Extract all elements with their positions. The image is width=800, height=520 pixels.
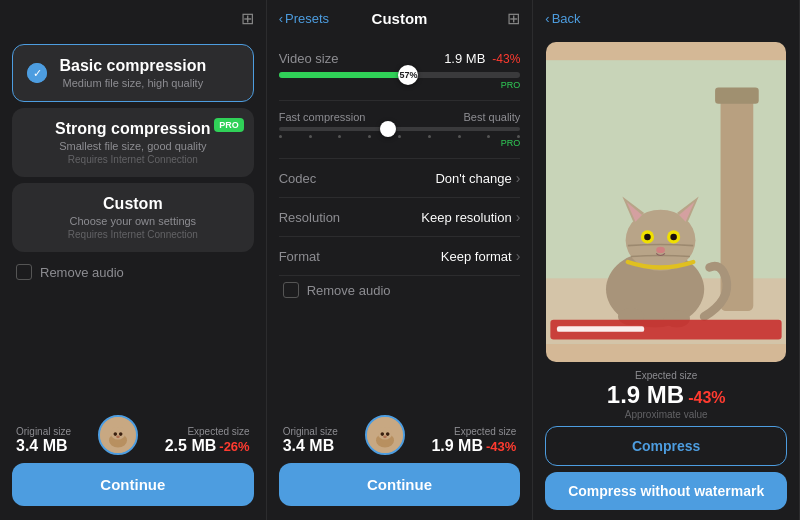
panel1-header: ⊞ [0, 0, 266, 36]
remove-audio-checkbox-2[interactable] [283, 282, 299, 298]
back-button[interactable]: ‹ Presets [279, 11, 329, 26]
preset-custom-desc: Choose your own settings [26, 215, 240, 227]
expected-label: Expected size [607, 370, 726, 381]
codec-row[interactable]: Codec Don't change › [279, 159, 521, 198]
compress-button[interactable]: Compress [545, 426, 787, 466]
approx-label: Approximate value [607, 409, 726, 420]
chevron-right-icon-2: › [516, 209, 521, 225]
panel3-footer: Expected size 1.9 MB -43% Approximate va… [533, 362, 799, 520]
video-size-row: Video size 1.9 MB -43% 57% PRO [279, 41, 521, 101]
svg-point-28 [644, 234, 651, 241]
preset-custom-name: Custom [26, 195, 240, 213]
preset-strong-name: Strong compression [26, 120, 240, 138]
expected-value: 1.9 MB -43% [607, 381, 726, 409]
expected-size-label: Expected size [187, 426, 249, 437]
panel3-header: ‹ Back [533, 0, 799, 36]
continue-button-2[interactable]: Continue [279, 463, 521, 506]
back-button-3[interactable]: ‹ Back [545, 11, 580, 26]
video-size-change: -43% [492, 52, 520, 66]
format-label: Format [279, 249, 320, 264]
video-size-label: Video size [279, 51, 339, 66]
preset-basic[interactable]: ✓ Basic compression Medium file size, hi… [12, 44, 254, 102]
svg-point-29 [671, 234, 678, 241]
preset-strong-sub: Requires Internet Connection [26, 154, 240, 165]
svg-rect-19 [715, 87, 759, 103]
svg-point-15 [383, 435, 387, 438]
codec-label: Codec [279, 171, 317, 186]
remove-audio-label-2: Remove audio [307, 283, 391, 298]
svg-point-30 [656, 247, 665, 254]
back-label-3: Back [552, 11, 581, 26]
avatar-2 [365, 415, 405, 455]
remove-audio-checkbox[interactable] [16, 264, 32, 280]
size-info-row: Original size 3.4 MB Expected size [12, 415, 254, 455]
chevron-right-icon: › [516, 170, 521, 186]
preset-custom[interactable]: Custom Choose your own settings Requires… [12, 183, 254, 252]
quality-slider[interactable] [279, 127, 521, 131]
expected-size-section: Expected size 1.9 MB -43% Approximate va… [607, 370, 726, 420]
quality-labels: Fast compression Best quality [279, 111, 521, 123]
chevron-left-icon-3: ‹ [545, 11, 549, 26]
custom-settings: Video size 1.9 MB -43% 57% PRO Fast comp… [267, 37, 533, 405]
preset-strong[interactable]: PRO Strong compression Smallest file siz… [12, 108, 254, 177]
grid-icon[interactable]: ⊞ [241, 9, 254, 28]
chevron-left-icon: ‹ [279, 11, 283, 26]
expected-size: 1.9 MB [607, 381, 684, 409]
panel2-footer: Original size 3.4 MB Expected size [267, 405, 533, 520]
resolution-row[interactable]: Resolution Keep resolution › [279, 198, 521, 237]
continue-button[interactable]: Continue [12, 463, 254, 506]
preset-basic-name: Basic compression [27, 57, 239, 75]
size-info-row-2: Original size 3.4 MB Expected size [279, 415, 521, 455]
remove-audio-row-2: Remove audio [279, 276, 521, 304]
slider-fill: 57% [279, 72, 417, 78]
compress-nowatermark-button[interactable]: Compress without watermark [545, 472, 787, 510]
cat-preview [546, 42, 786, 362]
expected-size-value-2: 1.9 MB [431, 437, 483, 455]
format-row[interactable]: Format Keep format › [279, 237, 521, 276]
expected-size-change-2: -43% [486, 439, 516, 454]
original-size-label: Original size [16, 426, 71, 437]
svg-point-6 [119, 432, 123, 436]
expected-size-change: -26% [219, 439, 249, 454]
expected-size-value: 2.5 MB [165, 437, 217, 455]
original-size-label-2: Original size [283, 426, 338, 437]
panel-preview: ‹ Back [533, 0, 800, 520]
codec-value: Don't change › [435, 170, 520, 186]
remove-audio-label: Remove audio [40, 265, 124, 280]
grid-icon-2[interactable]: ⊞ [507, 9, 520, 28]
preset-strong-desc: Smallest file size, good quality [26, 140, 240, 152]
original-size-value: 3.4 MB [16, 437, 68, 455]
presets-list: ✓ Basic compression Medium file size, hi… [0, 36, 266, 405]
original-size-info-2: Original size 3.4 MB [283, 426, 338, 455]
expected-change: -43% [688, 389, 725, 407]
format-value: Keep format › [441, 248, 521, 264]
quality-row: Fast compression Best quality PRO [279, 101, 521, 159]
panel2-title: Custom [372, 10, 428, 27]
pro-label: PRO [279, 80, 521, 90]
video-size-top: Video size 1.9 MB -43% [279, 51, 521, 66]
video-size-value: 1.9 MB [444, 51, 485, 66]
best-label: Best quality [463, 111, 520, 123]
original-size-value-2: 3.4 MB [283, 437, 335, 455]
panel-presets: ⊞ ✓ Basic compression Medium file size, … [0, 0, 267, 520]
pro-badge: PRO [214, 118, 244, 132]
slider-thumb: 57% [398, 65, 418, 85]
svg-point-14 [385, 432, 389, 436]
panel2-header: ‹ Presets Custom ⊞ [267, 0, 533, 37]
svg-point-7 [116, 435, 120, 438]
svg-point-13 [380, 432, 384, 436]
fast-label: Fast compression [279, 111, 366, 123]
quality-pro: PRO [279, 138, 521, 148]
back-label: Presets [285, 11, 329, 26]
preview-content [533, 36, 799, 362]
quality-thumb [380, 121, 396, 137]
remove-audio-row: Remove audio [12, 258, 254, 286]
video-size-slider[interactable]: 57% [279, 72, 521, 78]
expected-size-info: Expected size 2.5 MB -26% [165, 426, 250, 455]
panel1-footer: Original size 3.4 MB Expected size [0, 405, 266, 520]
resolution-value: Keep resolution › [421, 209, 520, 225]
expected-size-label-2: Expected size [454, 426, 516, 437]
original-size-info: Original size 3.4 MB [16, 426, 71, 455]
expected-size-info-2: Expected size 1.9 MB -43% [431, 426, 516, 455]
resolution-label: Resolution [279, 210, 340, 225]
